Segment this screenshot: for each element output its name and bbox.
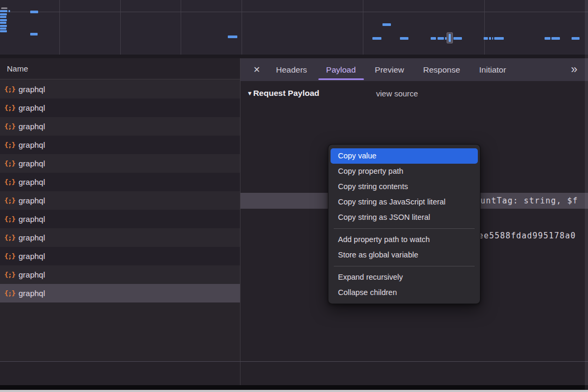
request-row[interactable]: {;}graphql [0,247,240,265]
network-request-bar[interactable] [30,11,38,13]
network-request-bar[interactable] [438,37,444,40]
network-request-bar[interactable] [0,19,7,21]
selected-request-marker-bar [449,34,451,42]
view-source-link[interactable]: view source [376,89,418,98]
network-request-bar[interactable] [545,37,550,40]
panel-splitter[interactable] [240,58,240,385]
menu-item-store-as-global-variable[interactable]: Store as global variable [328,247,480,263]
menu-item-copy-string-as-javascript-literal[interactable]: Copy string as JavaScript literal [328,194,480,210]
json-braces-icon: {;} [4,136,18,154]
request-name: graphql [19,99,45,117]
menu-separator [334,266,475,266]
network-request-bar[interactable] [431,37,436,40]
network-request-bar[interactable] [228,35,237,38]
more-tabs-icon[interactable]: » [571,58,576,81]
section-title: Request Payload [253,88,319,97]
network-request-bar[interactable] [0,28,6,30]
request-name: graphql [19,154,45,173]
payload-root-line[interactable]: ▼ {operationName: "ipFlowTimeseries", va… [240,123,588,139]
tab-preview[interactable]: Preview [375,58,404,81]
request-list: {;}graphql{;}graphql{;}graphql{;}graphql… [0,80,240,302]
network-request-bar[interactable] [372,37,381,40]
request-row[interactable]: {;}graphql [0,191,240,210]
json-braces-icon: {;} [4,247,18,265]
window-right-edge [585,0,588,390]
json-braces-icon: {;} [4,173,18,191]
request-name: graphql [19,173,45,191]
request-name: graphql [19,247,45,265]
network-request-bar[interactable] [0,30,7,32]
network-request-bar[interactable] [453,37,462,40]
property-value-end: untTag: string, $f [480,193,578,209]
devtools-bottom-edge [0,385,588,390]
json-braces-icon: {;} [4,191,18,210]
menu-item-collapse-children[interactable]: Collapse children [328,285,480,300]
network-overview-timeline[interactable] [0,0,588,55]
menu-separator [334,228,475,229]
menu-item-copy-property-path[interactable]: Copy property path [328,164,480,179]
request-row[interactable]: {;}graphql [0,210,240,228]
request-name: graphql [19,228,45,247]
property-value-end: ee5588fdad995178a0 [478,228,576,244]
network-request-bar[interactable] [400,37,408,40]
menu-item-copy-string-as-json-literal[interactable]: Copy string as JSON literal [328,210,480,225]
menu-item-expand-recursively[interactable]: Expand recursively [328,270,480,285]
network-request-bar[interactable] [8,10,10,12]
menu-item-copy-value[interactable]: Copy value [331,148,478,164]
request-row[interactable]: {;}graphql [0,284,240,302]
request-name: graphql [19,265,45,284]
request-row[interactable]: {;}graphql [0,265,240,284]
network-request-bar[interactable] [572,37,580,40]
network-request-bar[interactable] [484,37,488,40]
menu-item-add-property-path-to-watch[interactable]: Add property path to watch [328,232,480,247]
json-braces-icon: {;} [4,117,18,136]
tab-payload[interactable]: Payload [326,58,356,81]
name-column-header[interactable]: Name [0,58,240,79]
menu-item-copy-string-contents[interactable]: Copy string contents [328,179,480,194]
close-icon[interactable]: ✕ [253,65,263,75]
request-row[interactable]: {;}graphql [0,99,240,117]
json-braces-icon: {;} [4,99,18,117]
network-request-bar[interactable] [0,25,7,27]
json-braces-icon: {;} [4,210,18,228]
network-request-bar[interactable] [489,37,491,40]
json-braces-icon: {;} [4,284,18,302]
details-tabbar: ✕ HeadersPayloadPreviewResponseInitiator… [240,58,588,81]
request-row[interactable]: {;}graphql [0,173,240,191]
timeline-bars [0,0,588,55]
network-request-bar[interactable] [551,37,560,40]
request-row[interactable]: {;}graphql [0,228,240,247]
network-request-bar[interactable] [0,13,7,15]
devtools-network-panel: Name {;}graphql{;}graphql{;}graphql{;}gr… [0,0,588,392]
request-row[interactable]: {;}graphql [0,117,240,136]
network-request-bar[interactable] [492,37,493,40]
json-braces-icon: {;} [4,265,18,284]
request-row[interactable]: {;}graphql [0,154,240,173]
page-below-sliver [0,390,588,392]
request-row[interactable]: {;}graphql [0,80,240,99]
timeline-load-marker [1,7,7,9]
request-name: graphql [19,191,45,210]
request-row[interactable]: {;}graphql [0,136,240,154]
json-braces-icon: {;} [4,228,18,247]
tab-headers[interactable]: Headers [276,58,307,81]
network-request-bar[interactable] [382,23,391,26]
request-name: graphql [19,80,45,99]
json-braces-icon: {;} [4,154,18,173]
network-request-bar[interactable] [0,10,7,12]
request-name: graphql [19,210,45,228]
network-request-bar[interactable] [30,33,38,35]
request-payload-section-header[interactable]: ▼Request Payload [247,88,319,101]
collapse-triangle-icon: ▼ [247,90,253,96]
timeline-bottom-border [0,55,588,58]
details-tabs: HeadersPayloadPreviewResponseInitiator [276,58,506,81]
network-request-bar[interactable] [494,37,504,40]
json-braces-icon: {;} [4,80,18,99]
request-name: graphql [19,284,45,302]
tab-initiator[interactable]: Initiator [479,58,506,81]
tab-response[interactable]: Response [423,58,460,81]
summary-divider [0,361,588,362]
network-request-bar[interactable] [0,16,6,18]
request-name: graphql [19,136,45,154]
network-request-bar[interactable] [0,22,6,24]
